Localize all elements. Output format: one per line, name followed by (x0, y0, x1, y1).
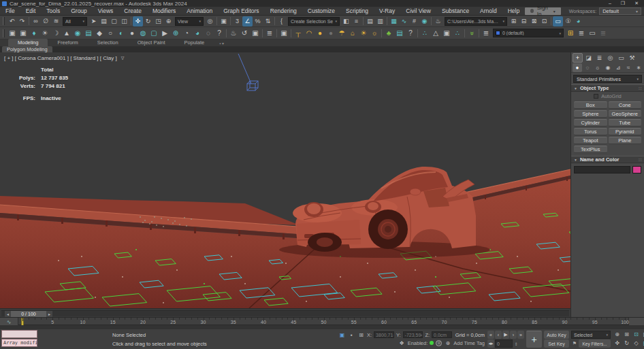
selection-lock-icon[interactable]: ▪ (348, 331, 355, 339)
corona-light-dome-icon[interactable]: ◠ (304, 28, 315, 39)
corona-sun-rays-icon[interactable]: ☼ (369, 28, 380, 39)
camera-classic-icon[interactable]: ▣ (278, 28, 289, 39)
zoom-icon[interactable]: ⊕ (613, 331, 622, 339)
unlink-selection-icon[interactable]: ∅ (41, 16, 51, 27)
z-coordinate-field[interactable]: 0,0cm (432, 331, 452, 338)
isolate-selection-icon[interactable]: ▣ (338, 331, 346, 339)
render-production-icon[interactable]: ① (563, 16, 573, 27)
layer-explorer-icon[interactable]: ▥ (375, 16, 385, 27)
redo-icon[interactable]: ↷ (17, 16, 27, 27)
select-and-rotate-icon[interactable]: ↻ (143, 16, 153, 27)
ribbon-tab-modeling[interactable]: Modeling (8, 39, 48, 46)
render-last-icon[interactable]: ⊡ (539, 16, 549, 27)
layer-manager-icon[interactable]: ≣ (481, 28, 492, 39)
x-coordinate-field[interactable]: 3800,71cm (374, 331, 394, 338)
key-filters-button[interactable]: Key Filters... (579, 339, 611, 348)
object-type-box-button[interactable]: Box (574, 101, 607, 109)
fov-icon[interactable]: ◇ (632, 339, 641, 348)
menu-arnold[interactable]: Arnold (474, 7, 502, 14)
region-icon[interactable]: ▢ (148, 28, 159, 39)
spinner-snap-icon[interactable]: ⇅ (263, 16, 273, 27)
filter-icon[interactable]: ∇ (121, 56, 125, 61)
menu-modifiers[interactable]: Modifiers (147, 7, 181, 14)
object-type-tube-button[interactable]: Tube (609, 119, 642, 127)
select-object-icon[interactable]: ➤ (88, 16, 99, 27)
corona-sphere-icon[interactable]: ◉ (72, 28, 83, 39)
go-to-end-button[interactable]: » (517, 331, 524, 339)
project-folder-dropdown[interactable]: C:\Users\Ale...3ds Max 2024▾ (445, 17, 507, 26)
ribbon-config-icon[interactable]: ▪ ▾ (219, 41, 224, 46)
lamp-icon[interactable]: ◌ (203, 28, 214, 39)
cluster-icon[interactable]: ∴ (452, 28, 463, 39)
menu-views[interactable]: Views (93, 7, 119, 14)
ribbon-tab-selection[interactable]: Selection (88, 39, 128, 46)
menu-edit[interactable]: Edit (20, 7, 42, 14)
object-type-teapot-button[interactable]: Teapot (574, 137, 607, 144)
video-icon[interactable]: ▶ (159, 28, 170, 39)
add-time-tag-icon[interactable]: ⊕ (444, 339, 451, 347)
eye-icon[interactable]: ◔ (181, 28, 192, 39)
gizmo-icon[interactable]: △ (430, 28, 441, 39)
shapes-category[interactable]: ◌ (583, 63, 592, 72)
corona-camera-target-icon[interactable]: ▣ (18, 28, 29, 39)
object-color-swatch[interactable] (632, 166, 641, 173)
menu-help[interactable]: Help (502, 7, 525, 14)
keyboard-override-icon[interactable]: ▣ (219, 16, 229, 27)
select-and-link-icon[interactable]: ∞ (31, 16, 41, 27)
selection-set-dropdown[interactable]: Selected▾ (571, 331, 611, 339)
time-slider-prev-icon[interactable]: ◂ (5, 311, 11, 317)
spacewarps-category[interactable]: ≈ (624, 63, 633, 72)
swoosh-icon[interactable]: ↺ (239, 28, 250, 39)
play-button[interactable]: ▶ (502, 331, 509, 339)
render-preset-icon[interactable]: ⊠ (529, 16, 539, 27)
render-to-texture-icon[interactable]: ⊟ (519, 16, 529, 27)
sign-in-button[interactable]: Sign In ▾ (525, 7, 561, 15)
corona-light-lantern-icon[interactable]: ⌂ (347, 28, 358, 39)
menu-civil-view[interactable]: Civil View (400, 7, 436, 14)
corona-camera-icon[interactable]: ▣ (7, 28, 18, 39)
batch-render-icon[interactable]: ⊞ (509, 16, 519, 27)
maximize-viewport-icon[interactable]: ◱ (641, 339, 644, 348)
corona-light-disabled-icon[interactable]: ● (325, 28, 336, 39)
toolbar-grip[interactable] (3, 17, 5, 25)
orbit-icon[interactable]: ↻ (622, 339, 631, 348)
object-type-cone-button[interactable]: Cone (609, 101, 642, 109)
cone-icon[interactable]: ▲ (61, 28, 72, 39)
rectangular-selection-icon[interactable]: ▢ (109, 16, 119, 27)
named-selection-sets-icon[interactable]: { (276, 16, 287, 27)
helpers-category[interactable]: ⊿ (613, 63, 623, 72)
curve-editor-icon[interactable]: ∿ (399, 16, 409, 27)
frame-spinner[interactable]: ⇕ (513, 339, 519, 348)
time-slider-next-icon[interactable]: ▸ (46, 311, 52, 317)
ribbon-tab-populate[interactable]: Populate (175, 39, 214, 46)
zoom-extents-icon[interactable]: ⊡ (632, 331, 641, 339)
viewport-label[interactable]: [ + ] [ Corona Camera001 ] [ Standard ] … (4, 55, 124, 61)
sphere-icon[interactable]: ● (127, 28, 138, 39)
listener-line[interactable]: Array modifi (1, 339, 37, 347)
named-sets-dropdown[interactable]: Create Selection Se▾ (288, 17, 340, 26)
add-time-tag-label[interactable]: Add Time Tag (453, 340, 485, 346)
cameras-category[interactable]: ◉ (603, 63, 613, 72)
menu-rendering[interactable]: Rendering (265, 7, 302, 14)
object-type-cylinder-button[interactable]: Cylinder (574, 119, 607, 127)
menu-scripting[interactable]: Scripting (340, 7, 374, 14)
bind-to-spacewarp-icon[interactable]: ≋ (51, 16, 61, 27)
viewport-canvas[interactable] (0, 52, 570, 308)
corona-light-umbrella-icon[interactable]: ☂ (336, 28, 347, 39)
object-type-pyramid-button[interactable]: Pyramid (609, 128, 642, 135)
object-type-sphere-button[interactable]: Sphere (574, 110, 607, 118)
menu-v-ray[interactable]: V-Ray (374, 7, 400, 14)
sme-icon[interactable]: ❖ (398, 339, 406, 347)
render-setup-icon[interactable]: ♨ (433, 16, 443, 27)
bell-icon[interactable]: ◆ (94, 28, 105, 39)
rendered-frame-window-icon[interactable]: ▭ (553, 16, 563, 27)
systems-category[interactable]: ∗ (634, 63, 643, 72)
db-icon[interactable]: ≣ (598, 28, 609, 39)
help2-icon[interactable]: ? (405, 28, 416, 39)
corona-light-sphere-icon[interactable]: ● (315, 28, 325, 39)
scene-explorer-icon[interactable]: ▤ (365, 16, 375, 27)
current-frame-field[interactable]: 0 (495, 339, 513, 348)
mirror-icon[interactable]: ◧ (341, 16, 351, 27)
viewport[interactable]: [ + ] [ Corona Camera001 ] [ Standard ] … (0, 52, 570, 308)
menu-substance[interactable]: Substance (436, 7, 474, 14)
